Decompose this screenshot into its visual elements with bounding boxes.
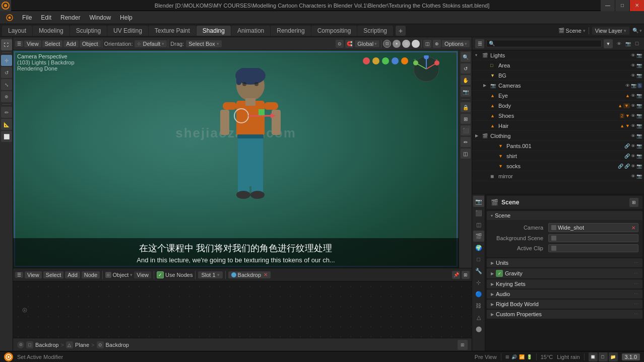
pants-vis[interactable]: 👁	[631, 143, 635, 149]
render-dot-orange[interactable]	[401, 57, 408, 64]
nav-camera[interactable]: 📷	[461, 87, 471, 97]
props-icon-data[interactable]: △	[473, 312, 484, 323]
outliner-item-pants[interactable]: ▼ Pants.001 🔗 👁 📷	[472, 141, 644, 151]
cameras-vis[interactable]: 👁	[625, 83, 630, 88]
body-render[interactable]: 📷	[636, 103, 642, 108]
render-dot-green[interactable]	[382, 57, 389, 64]
outliner-item-mirror[interactable]: ◼ mirror 👁 📷	[472, 171, 644, 181]
tab-animation[interactable]: Animation	[231, 26, 270, 36]
outliner-item-area[interactable]: □ Area 👁 📷	[472, 60, 644, 70]
nav-render-border[interactable]: ⬛	[461, 125, 471, 135]
node-view-btn[interactable]: View	[25, 271, 42, 278]
hair-vis[interactable]: 👁	[631, 123, 635, 128]
tab-compositing[interactable]: Compositing	[311, 26, 357, 36]
area-render-icon[interactable]: 📷	[636, 63, 642, 68]
global-selector[interactable]: Global ▾	[355, 40, 379, 47]
props-icon-particles[interactable]: ⊹	[473, 277, 484, 288]
props-icon-material[interactable]: ⬤	[473, 323, 484, 334]
add-btn[interactable]: Add	[63, 40, 79, 47]
nav-lock[interactable]: 🔒	[461, 102, 471, 112]
menu-file[interactable]: File	[18, 13, 36, 22]
props-icon-object[interactable]: □	[473, 254, 484, 265]
object-btn[interactable]: Object	[80, 40, 101, 47]
nav-overlay[interactable]: ◫	[461, 149, 471, 159]
socks-vis[interactable]: 👁	[631, 164, 635, 169]
close-btn[interactable]: ✕	[630, 0, 644, 11]
lights-vis-icon[interactable]: 👁	[631, 53, 635, 58]
outliner-item-bg[interactable]: ▼ BG 👁 📷	[472, 70, 644, 81]
3d-viewport[interactable]: Camera Perspective (103) Lights | Backdr…	[13, 50, 459, 268]
outliner-item-cameras[interactable]: ▶ 📷 Cameras 👁 📷 5	[472, 81, 644, 91]
bg-scene-field[interactable]	[548, 234, 638, 242]
mirror-render[interactable]: 📷	[636, 174, 642, 179]
bg-render[interactable]: 📷	[636, 73, 642, 78]
gizmo-btn[interactable]: ⊕	[433, 40, 441, 48]
taskbar-item-1[interactable]: 🔲	[589, 352, 598, 361]
outliner-search[interactable]: 🔍	[486, 40, 602, 47]
gravity-checkbox[interactable]: ✓	[496, 270, 503, 277]
body-vis[interactable]: 👁	[631, 103, 635, 108]
viewport-gizmo[interactable]: X Y Z	[413, 55, 440, 83]
outliner-item-body[interactable]: ▲ Body ▲ ▼ 👁 📷	[472, 101, 644, 111]
tool-rotate[interactable]: ↺	[1, 67, 12, 78]
clothing-render[interactable]: 📷	[636, 133, 642, 138]
orientation-selector[interactable]: ⊹ Default ▾	[135, 40, 167, 47]
render-dot-blue[interactable]	[392, 57, 399, 64]
maximize-btn[interactable]: □	[615, 0, 629, 11]
menu-blender[interactable]	[2, 13, 17, 22]
outliner-item-shirt[interactable]: ▼ shirt 🔗 👁 📷	[472, 151, 644, 161]
props-icon-scene[interactable]: 🎬	[473, 231, 484, 242]
blender-logo[interactable]	[0, 0, 11, 11]
proportional-edit-btn[interactable]: ⊙	[336, 40, 344, 48]
active-clip-field[interactable]	[548, 244, 638, 252]
nav-pan[interactable]: ✋	[461, 75, 471, 85]
minimize-btn[interactable]: —	[601, 0, 615, 11]
shoes-mat[interactable]: ▼	[625, 113, 630, 118]
slot-selector[interactable]: Slot 1 ▾	[198, 271, 222, 278]
shoes-vis[interactable]: 👁	[631, 113, 635, 118]
outliner-filter-btn[interactable]: ▼	[604, 39, 613, 48]
pants-render[interactable]: 📷	[636, 143, 642, 149]
tray-icon-2[interactable]: 🔊	[511, 354, 517, 359]
node-node-btn[interactable]: Node	[82, 271, 100, 278]
hair-mat2[interactable]: ▼	[625, 123, 630, 128]
socks-mat1[interactable]: 🔗	[618, 164, 623, 169]
mirror-vis[interactable]: 👁	[631, 174, 635, 179]
socks-render[interactable]: 📷	[636, 164, 642, 169]
shirt-render[interactable]: 📷	[636, 154, 642, 159]
units-section-header[interactable]: ▶ Units ⋯	[487, 258, 642, 267]
props-icon-output[interactable]: ⬛	[473, 207, 484, 219]
material-preview-btn[interactable]: ◎	[402, 40, 410, 48]
lights-render-icon[interactable]: 📷	[636, 53, 642, 58]
breadcrumb-collapse-btn[interactable]: ⊞	[458, 340, 468, 350]
outliner-select-icon[interactable]: ☐	[633, 40, 641, 48]
add-workspace-btn[interactable]: +	[396, 26, 406, 36]
shirt-vis[interactable]: 👁	[631, 154, 635, 159]
view-btn[interactable]: View	[24, 40, 41, 47]
view-layer-selector[interactable]: View Layer ▾	[592, 27, 629, 35]
select-btn[interactable]: Select	[42, 40, 63, 47]
options-btn[interactable]: Options ▾	[442, 40, 470, 47]
tool-annotate[interactable]: ✏	[1, 107, 12, 118]
scene-options-btn[interactable]: ⊞	[629, 198, 638, 207]
outliner-item-eye[interactable]: ▲ Eye ▲ 👁 📷	[472, 91, 644, 101]
tool-scale[interactable]: ⤡	[1, 79, 12, 90]
tray-icon-3[interactable]: 📶	[519, 354, 525, 359]
use-nodes-toggle[interactable]: ✓ Use Nodes	[157, 271, 192, 278]
outliner-render-icon[interactable]: 📷	[624, 40, 632, 48]
breadcrumb-home-btn[interactable]: ⊙	[17, 341, 24, 348]
view-toggle[interactable]: ☰	[15, 41, 23, 47]
tab-modeling[interactable]: Modeling	[33, 26, 70, 36]
node-nav-btn[interactable]: ⊞	[462, 271, 470, 279]
clothing-vis[interactable]: 👁	[631, 133, 635, 138]
tab-sculpting[interactable]: Sculpting	[70, 26, 107, 36]
tool-move[interactable]: ✛	[1, 55, 12, 66]
nav-annotate[interactable]: ✏	[461, 137, 471, 147]
eye-render[interactable]: 📷	[636, 93, 642, 98]
rigid-body-section-header[interactable]: ▶ Rigid Body World ⋯	[487, 300, 642, 309]
outliner-filter-btn[interactable]: 🔍 ▾	[632, 28, 642, 33]
tray-icon-1[interactable]: ⊞	[505, 354, 509, 359]
node-select-btn[interactable]: Select	[43, 271, 64, 278]
audio-section-header[interactable]: ▶ Audio ⋯	[487, 289, 642, 299]
taskbar-item-2[interactable]: 🗒	[599, 352, 608, 361]
